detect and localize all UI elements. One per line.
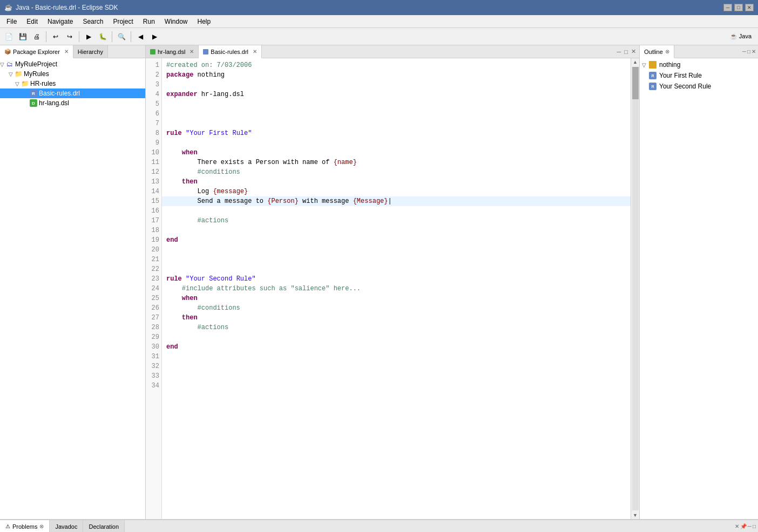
tab-outline[interactable]: Outline ⊗ xyxy=(640,45,674,58)
save-button[interactable]: 💾 xyxy=(16,30,29,43)
menu-edit[interactable]: Edit xyxy=(22,17,42,26)
tree-item-myrules[interactable]: ▽ 📁 MyRules xyxy=(0,69,145,79)
menu-run[interactable]: Run xyxy=(139,17,159,26)
editor-close-btn[interactable]: ✕ xyxy=(630,47,637,56)
undo-button[interactable]: ↩ xyxy=(49,30,62,43)
outline-maximize-btn[interactable]: □ xyxy=(747,49,750,54)
toolbar-separator-2 xyxy=(79,31,79,42)
tab-hr-lang-dsl[interactable]: hr-lang.dsl ✕ xyxy=(146,45,199,58)
tree-item-hr-lang-dsl[interactable]: D hr-lang.dsl xyxy=(0,98,145,108)
package-explorer-label: Package Explorer xyxy=(13,49,60,55)
toolbar-right: ☕ Java xyxy=(730,33,756,40)
outline-close-btn[interactable]: ✕ xyxy=(752,49,756,54)
tab-package-explorer[interactable]: 📦 Package Explorer ✕ xyxy=(0,45,73,58)
problems-minimize-btn[interactable]: ─ xyxy=(748,523,752,529)
declaration-label: Declaration xyxy=(89,523,119,530)
problems-close-btn[interactable]: ✕ xyxy=(735,523,739,529)
search-button[interactable]: 🔍 xyxy=(115,30,128,43)
bottom-tabs: ⚠ Problems ⊗ Javadoc Declaration ✕ 📌 ─ □ xyxy=(0,520,758,532)
forward-button[interactable]: ▶ xyxy=(148,30,161,43)
minimize-button[interactable]: ─ xyxy=(723,4,732,11)
myrules-label: MyRules xyxy=(24,70,49,78)
menu-file[interactable]: File xyxy=(2,17,21,26)
problems-pin-btn[interactable]: 📌 xyxy=(740,523,747,529)
menu-navigate[interactable]: Navigate xyxy=(43,17,77,26)
editor-minimize-btn[interactable]: ─ xyxy=(616,47,622,56)
editor-scrollbar[interactable]: ▲ ▼ xyxy=(631,58,639,519)
toolbar-separator-3 xyxy=(112,31,112,42)
problems-maximize-btn[interactable]: □ xyxy=(753,523,756,529)
outline-item-second-rule[interactable]: R Your Second Rule xyxy=(640,81,758,92)
project-tree: ▽ 🗂 MyRuleProject ▽ 📁 MyRules ▽ 📁 HR-rul… xyxy=(0,58,145,519)
package-explorer-close[interactable]: ✕ xyxy=(64,49,69,54)
main-layout: 📦 Package Explorer ✕ Hierarchy ▽ 🗂 MyRul… xyxy=(0,45,758,519)
folder-icon-hr-rules: 📁 xyxy=(21,79,29,88)
bottom-tab-controls: ✕ 📌 ─ □ xyxy=(735,520,758,532)
toolbar-separator-1 xyxy=(46,31,46,42)
scroll-track[interactable] xyxy=(632,67,639,510)
hr-lang-tab-icon xyxy=(150,49,155,54)
package-explorer-icon: 📦 xyxy=(4,49,11,54)
scroll-up-btn[interactable]: ▲ xyxy=(633,58,638,66)
new-button[interactable]: 📄 xyxy=(2,30,15,43)
outline-second-rule-label: Your Second Rule xyxy=(659,83,711,90)
outline-first-rule-label: Your First Rule xyxy=(659,72,702,79)
toolbar-separator-4 xyxy=(131,31,131,42)
hr-rules-label: HR-rules xyxy=(30,80,56,87)
outline-nothing-label: nothing xyxy=(659,61,680,69)
scroll-thumb[interactable] xyxy=(632,67,639,99)
outline-panel: Outline ⊗ ─ □ ✕ ▽ nothing R Your First R… xyxy=(639,45,758,519)
basic-rules-tab-label: Basic-rules.drl xyxy=(211,49,248,55)
app-icon: ☕ xyxy=(4,4,12,11)
folder-icon-myrules: 📁 xyxy=(14,70,23,78)
project-icon: 🗂 xyxy=(5,60,14,69)
menu-window[interactable]: Window xyxy=(160,17,192,26)
tab-problems[interactable]: ⚠ Problems ⊗ xyxy=(0,520,50,532)
basic-rules-tab-close[interactable]: ✕ xyxy=(253,49,257,54)
outline-first-rule-icon: R xyxy=(648,71,657,80)
outline-item-nothing[interactable]: ▽ nothing xyxy=(640,59,758,70)
hierarchy-label: Hierarchy xyxy=(78,49,103,55)
debug-button[interactable]: 🐛 xyxy=(96,30,109,43)
scroll-down-btn[interactable]: ▼ xyxy=(633,511,638,519)
outline-panel-tabs: Outline ⊗ ─ □ ✕ xyxy=(640,45,758,58)
code-editor[interactable]: #created on: 7/03/2006 package nothing e… xyxy=(162,58,631,519)
basic-rules-tab-icon xyxy=(203,49,208,54)
outline-item-first-rule[interactable]: R Your First Rule xyxy=(640,70,758,81)
javadoc-label: Javadoc xyxy=(55,523,77,530)
bottom-tabs-left: ⚠ Problems ⊗ Javadoc Declaration xyxy=(0,520,125,532)
expand-icon-myrules: ▽ xyxy=(9,71,13,77)
tree-item-basic-rules-drl[interactable]: R Basic-rules.drl xyxy=(0,88,145,98)
redo-button[interactable]: ↪ xyxy=(63,30,76,43)
toolbar: 📄 💾 🖨 ↩ ↪ ▶ 🐛 🔍 ◀ ▶ ☕ Java xyxy=(0,28,758,45)
editor-maximize-btn[interactable]: □ xyxy=(623,47,629,56)
back-button[interactable]: ◀ xyxy=(134,30,147,43)
expand-icon-myruleproject: ▽ xyxy=(0,62,4,67)
run-button[interactable]: ▶ xyxy=(82,30,95,43)
tree-item-hr-rules[interactable]: ▽ 📁 HR-rules xyxy=(0,79,145,88)
outline-tree: ▽ nothing R Your First Rule R Your Secon… xyxy=(640,58,758,519)
tab-basic-rules-drl[interactable]: Basic-rules.drl ✕ xyxy=(199,45,262,58)
menu-search[interactable]: Search xyxy=(78,17,107,26)
print-button[interactable]: 🖨 xyxy=(30,30,43,43)
hr-lang-tab-close[interactable]: ✕ xyxy=(190,49,194,54)
left-panel: 📦 Package Explorer ✕ Hierarchy ▽ 🗂 MyRul… xyxy=(0,45,146,519)
outline-expand-nothing: ▽ xyxy=(642,62,646,68)
maximize-button[interactable]: □ xyxy=(734,4,743,11)
tree-item-myruleproject[interactable]: ▽ 🗂 MyRuleProject xyxy=(0,59,145,69)
right-panel-controls: ─ □ ✕ xyxy=(742,45,758,58)
tab-hierarchy[interactable]: Hierarchy xyxy=(73,45,108,58)
outline-second-rule-icon: R xyxy=(648,82,657,91)
code-container[interactable]: 1234567891011121314151617181920212223242… xyxy=(146,58,639,519)
expand-icon-hr-rules: ▽ xyxy=(15,81,19,87)
perspective-label: ☕ Java xyxy=(730,33,756,40)
left-panel-tabs: 📦 Package Explorer ✕ Hierarchy xyxy=(0,45,145,58)
menu-project[interactable]: Project xyxy=(109,17,137,26)
tab-javadoc[interactable]: Javadoc xyxy=(50,520,83,532)
outline-minimize-btn[interactable]: ─ xyxy=(742,49,746,54)
tab-declaration[interactable]: Declaration xyxy=(83,520,125,532)
editor-area: hr-lang.dsl ✕ Basic-rules.drl ✕ ─ □ ✕ 12… xyxy=(146,45,639,519)
menu-help[interactable]: Help xyxy=(193,17,215,26)
close-button[interactable]: ✕ xyxy=(745,4,754,11)
hr-lang-label: hr-lang.dsl xyxy=(39,99,69,107)
